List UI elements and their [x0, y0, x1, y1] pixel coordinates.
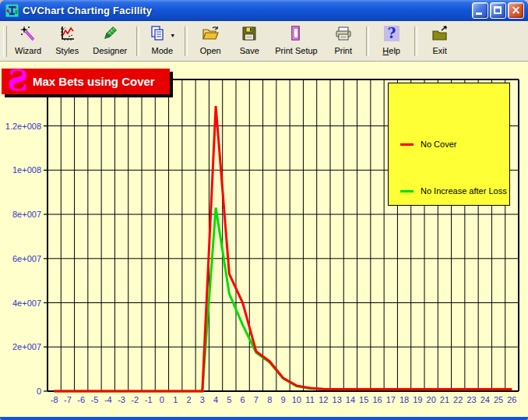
mode-button[interactable]: ▼Mode: [143, 23, 181, 60]
floppy-disk-icon: [241, 25, 258, 45]
legend-swatch-red: [400, 143, 414, 146]
toolbar-button-label: Exit: [433, 46, 447, 55]
x-axis-label: -1: [145, 395, 153, 404]
y-axis-label: 4e+007: [12, 298, 41, 308]
x-axis-label: 13: [333, 395, 342, 404]
banner-logo-glyph: S: [5, 69, 31, 92]
x-axis-label: 4: [213, 395, 218, 404]
toolbar-button-label: Open: [200, 46, 221, 55]
print-button[interactable]: Print: [324, 23, 363, 60]
dropdown-arrow-icon[interactable]: ▼: [170, 33, 175, 38]
toolbar: Wizard Styles Designer ▼Mode Open Save P…: [0, 21, 528, 62]
wizard-button[interactable]: Wizard: [9, 23, 48, 60]
maximize-button[interactable]: [490, 2, 506, 19]
x-axis-label: 22: [453, 395, 463, 404]
toolbar-button-label: Designer: [93, 46, 127, 55]
app-window: CVChart Charting Facillity × Wizard Styl…: [0, 0, 528, 420]
y-axis-label: 0: [37, 386, 41, 396]
magic-wand-icon: [19, 25, 37, 45]
minimize-icon: [476, 12, 482, 15]
legend-swatch-green: [400, 190, 414, 192]
x-axis-label: -4: [104, 395, 112, 404]
x-axis-label: 23: [466, 395, 476, 404]
toolbar-button-label: Styles: [55, 46, 79, 55]
page-setup-icon: [287, 25, 304, 45]
x-axis-label: -3: [118, 395, 125, 404]
close-icon: ×: [509, 3, 523, 18]
chart-client-area: 02e+0074e+0076e+0078e+0071e+0081.2e+008-…: [0, 62, 528, 417]
x-axis-label: 18: [400, 395, 409, 404]
exit-folder-icon: [431, 25, 449, 45]
x-axis-label: 5: [227, 395, 231, 404]
x-axis-label: 9: [280, 395, 285, 404]
x-axis-label: 10: [292, 395, 301, 404]
chart-legend: No CoverNo Increase after Loss: [388, 83, 510, 206]
chart-styles-icon: [58, 25, 76, 45]
toolbar-separator: [185, 26, 188, 56]
help-button[interactable]: ? Help: [372, 23, 411, 60]
toolbar-separator: [414, 26, 417, 56]
x-axis-label: 3: [200, 395, 205, 404]
toolbar-button-label: Print Setup: [275, 46, 317, 55]
toolbar-button-label: Wizard: [15, 46, 41, 55]
open-folder-icon: [201, 25, 220, 45]
help-question-icon: ?: [383, 25, 400, 45]
chart-app-icon: [5, 4, 19, 17]
x-axis-label: -6: [77, 395, 85, 404]
copy-pages-icon: [149, 25, 166, 45]
designer-button[interactable]: Designer: [86, 23, 133, 60]
x-axis-label: -5: [91, 395, 99, 404]
x-axis-label: 17: [386, 395, 396, 404]
window-title: CVChart Charting Facillity: [23, 5, 472, 16]
x-axis-label: 0: [160, 395, 164, 404]
x-axis-label: 6: [241, 395, 245, 404]
x-axis-label: 11: [305, 395, 314, 404]
toolbar-separator: [366, 26, 369, 56]
y-axis-label: 2e+007: [12, 342, 41, 351]
legend-entry: No Increase after Loss: [400, 186, 507, 196]
toolbar-button-label: Print: [334, 46, 352, 55]
x-axis-label: 12: [319, 395, 328, 404]
x-axis-label: 14: [346, 395, 355, 404]
x-axis-label: -7: [64, 395, 72, 404]
close-button[interactable]: ×: [508, 2, 524, 19]
y-axis-label: 6e+007: [12, 254, 41, 263]
x-axis-label: 24: [480, 395, 490, 404]
chart-title: Max Bets using Cover: [33, 75, 155, 88]
x-axis-label: 19: [413, 395, 422, 404]
x-axis-label: 15: [359, 395, 368, 404]
y-axis-label: 1e+008: [12, 165, 41, 175]
x-axis-label: 26: [507, 395, 516, 404]
legend-label: No Cover: [421, 139, 456, 149]
toolbar-grip[interactable]: [3, 26, 7, 57]
print-setup-button[interactable]: Print Setup: [269, 23, 323, 60]
toolbar-button-label: Save: [240, 46, 259, 55]
x-axis-label: -8: [51, 395, 58, 404]
chart-title-banner: S Max Bets using Cover: [2, 69, 170, 94]
designer-crayon-icon: [101, 25, 118, 45]
titlebar[interactable]: CVChart Charting Facillity ×: [0, 0, 528, 21]
exit-button[interactable]: Exit: [421, 23, 459, 60]
x-axis-label: 7: [254, 395, 259, 404]
legend-label: No Increase after Loss: [421, 186, 507, 196]
maximize-icon: [494, 6, 502, 14]
svg-text:?: ?: [387, 25, 396, 41]
printer-icon: [334, 25, 353, 45]
toolbar-button-label: Help: [382, 46, 400, 55]
styles-button[interactable]: Styles: [48, 23, 86, 60]
y-axis-label: 8e+007: [12, 210, 41, 219]
toolbar-button-label: Mode: [152, 46, 174, 55]
minimize-button[interactable]: [472, 2, 488, 19]
legend-entry: No Cover: [400, 139, 456, 149]
toolbar-separator: [136, 26, 139, 56]
x-axis-label: 16: [372, 395, 382, 404]
x-axis-label: 25: [494, 395, 503, 404]
series-line-no-increase-after-loss: [55, 208, 512, 392]
x-axis-label: 2: [186, 395, 191, 404]
x-axis-label: 20: [427, 395, 436, 404]
x-axis-label: 21: [440, 395, 449, 404]
x-axis-label: -2: [131, 395, 139, 404]
save-button[interactable]: Save: [230, 23, 269, 60]
x-axis-label: 1: [173, 395, 178, 404]
open-button[interactable]: Open: [191, 23, 230, 60]
